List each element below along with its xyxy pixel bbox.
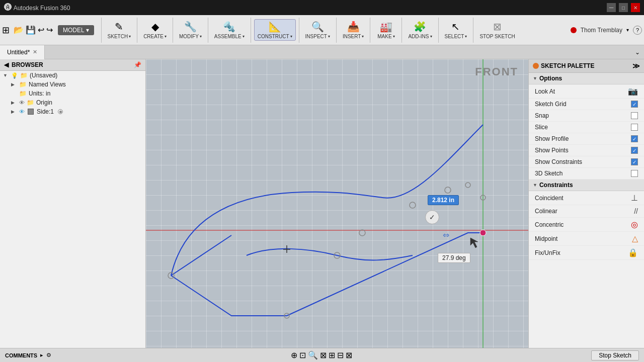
make-tool[interactable]: 🏭 MAKE ▾ [373, 20, 398, 40]
palette-row-snap[interactable]: Snap [529, 110, 644, 122]
nav-display-icon[interactable]: ⊞ [329, 350, 335, 360]
constraint-row-fix-unfix[interactable]: Fix/UnFix 🔒 [529, 246, 644, 260]
toolbar-sep-11 [473, 18, 473, 43]
browser-item-side1[interactable]: ▶ 👁 Side:1 [0, 107, 145, 116]
nav-grid-icon[interactable]: ⊟ [337, 350, 344, 360]
browser-collapse-icon[interactable]: ◀ [4, 61, 9, 68]
browser-item-root[interactable]: ▼ 💡 📁 (Unsaved) [0, 71, 145, 80]
palette-row-show-profile[interactable]: Show Profile ✓ [529, 133, 644, 145]
show-points-checkbox[interactable]: ✓ [631, 147, 638, 154]
look-at-icon[interactable]: 📷 [628, 86, 638, 96]
dimension-input[interactable]: 2.812 in [428, 195, 459, 205]
palette-row-look-at[interactable]: Look At 📷 [529, 84, 644, 99]
close-icon[interactable]: ✕ [631, 3, 640, 12]
nav-zoom-fit-icon[interactable]: ⊠ [320, 350, 327, 360]
expand-arrow-origin: ▶ [11, 100, 17, 105]
add-ins-tool[interactable]: 🧩 ADD-INS ▾ [405, 20, 435, 40]
constraint-row-colinear[interactable]: Colinear // [529, 205, 644, 218]
create-tool[interactable]: ◆ CREATE ▾ [140, 20, 170, 40]
browser-item-origin[interactable]: ▶ 👁 📁 Origin [0, 98, 145, 107]
browser-pin-icon[interactable]: 📌 [134, 61, 141, 68]
undo-icon[interactable]: ↩ [38, 25, 44, 35]
palette-row-show-points[interactable]: Show Points ✓ [529, 145, 644, 156]
model-button[interactable]: MODEL ▾ [58, 25, 94, 35]
insert-icon: 📥 [347, 21, 360, 33]
constraint-row-concentric[interactable]: Concentric ◎ [529, 218, 644, 232]
slice-checkbox[interactable] [631, 124, 638, 131]
comments-settings-icon[interactable]: ⚙ [46, 352, 51, 358]
insert-tool[interactable]: 📥 INSERT ▾ [340, 20, 367, 40]
palette-row-sketch-grid[interactable]: Sketch Grid ✓ [529, 99, 644, 110]
user-dropdown-icon[interactable]: ▾ [626, 27, 629, 33]
titlebar-left: 🅐 Autodesk Fusion 360 [4, 3, 70, 12]
help-icon[interactable]: ? [633, 26, 642, 35]
options-section-header[interactable]: ▼ Options [529, 73, 644, 84]
constraints-section-header[interactable]: ▼ Constraints [529, 179, 644, 191]
show-profile-checkbox[interactable]: ✓ [631, 135, 638, 142]
apps-grid-icon[interactable]: ⊞ [2, 25, 10, 36]
toolbar-sep-4 [208, 18, 208, 43]
toolbar-sep-6 [299, 18, 299, 43]
stop-sketch-button[interactable]: Stop Sketch [591, 350, 639, 360]
browser-item-units[interactable]: ▶ 📁 Units: in [0, 89, 145, 98]
sketch-icon: ✎ [115, 21, 123, 33]
app-title: Autodesk Fusion 360 [14, 5, 70, 12]
concentric-label: Concentric [535, 221, 564, 228]
construct-tool[interactable]: 📐 CONSTRUCT ▾ [254, 19, 296, 41]
folder-icon-units: 📁 [19, 90, 27, 97]
palette-expand-icon[interactable]: ≫ [632, 62, 640, 70]
constraint-row-midpoint[interactable]: Midpoint △ [529, 232, 644, 246]
titlebar-right: ─ □ ✕ [607, 3, 640, 12]
assemble-tool[interactable]: 🔩 ASSEMBLE ▾ [211, 20, 248, 40]
tab-untitled[interactable]: Untitled* ✕ [0, 45, 45, 59]
svg-point-8 [465, 183, 470, 188]
browser-item-named-views[interactable]: ▶ 📁 Named Views [0, 80, 145, 89]
nav-zoom-icon[interactable]: 🔍 [308, 350, 318, 360]
snap-checkbox[interactable] [631, 112, 638, 119]
sketch-tool[interactable]: ✎ SKETCH ▾ [105, 20, 134, 40]
open-icon[interactable]: 📂 [14, 25, 24, 35]
folder-icon-origin: 📁 [27, 99, 34, 106]
fix-unfix-icon: 🔒 [628, 248, 638, 257]
stop-sketch-tool[interactable]: ⊠ STOP SKETCH [476, 20, 518, 40]
sketch-grid-label: Sketch Grid [535, 101, 567, 108]
radio-btn-side1 [58, 109, 63, 114]
palette-header-icon [533, 63, 539, 69]
3d-sketch-checkbox[interactable] [631, 170, 638, 177]
nav-settings-icon[interactable]: ⊠ [346, 350, 352, 360]
palette-row-3d-sketch[interactable]: 3D Sketch [529, 168, 644, 179]
maximize-icon[interactable]: □ [619, 3, 628, 12]
constraints-label: Constraints [539, 182, 573, 189]
light-bulb-icon: 💡 [11, 72, 18, 79]
constraint-row-coincident[interactable]: Coincident ⊥ [529, 191, 644, 205]
nav-origin-icon[interactable]: ⊕ [291, 350, 297, 360]
origin-label: Origin [36, 99, 52, 106]
palette-row-slice[interactable]: Slice [529, 122, 644, 133]
tab-expand-icon[interactable]: ⌄ [631, 49, 644, 56]
main-area: ◀ BROWSER 📌 ▼ 💡 📁 (Unsaved) ▶ 📁 Named Vi… [0, 59, 644, 348]
tab-close-icon[interactable]: ✕ [33, 49, 37, 55]
inspect-tool[interactable]: 🔍 INSPECT ▾ [302, 20, 333, 40]
viewport[interactable]: FRONT [146, 59, 528, 348]
palette-row-show-constraints[interactable]: Show Constraints ✓ [529, 156, 644, 168]
expand-arrow-named-views: ▶ [11, 82, 17, 87]
nav-pan-icon[interactable]: ⊡ [299, 350, 306, 360]
midpoint-icon: △ [632, 234, 638, 243]
save-icon[interactable]: 💾 [26, 25, 36, 35]
tabbar: Untitled* ✕ ⌄ [0, 45, 644, 59]
user-name: Thom Tremblay [581, 27, 622, 34]
record-icon [571, 27, 577, 33]
modify-tool[interactable]: 🔧 MODIFY ▾ [176, 20, 205, 40]
sketch-grid-checkbox[interactable]: ✓ [631, 101, 638, 108]
toolbar-sep-2 [137, 18, 137, 43]
dimension-arrow-icon: ⇔ [443, 230, 449, 240]
confirm-button[interactable]: ✓ [425, 210, 439, 224]
toolbar-sep-3 [173, 18, 173, 43]
toolbar-sep-9 [401, 18, 402, 43]
minimize-icon[interactable]: ─ [607, 3, 616, 12]
show-constraints-checkbox[interactable]: ✓ [631, 158, 638, 165]
redo-icon[interactable]: ↪ [46, 25, 53, 35]
comments-expand-icon[interactable]: ▸ [40, 352, 43, 358]
statusbar: COMMENTS ▸ ⚙ ⊕ ⊡ 🔍 ⊠ ⊞ ⊟ ⊠ Stop Sketch [0, 348, 644, 362]
select-tool[interactable]: ↖ SELECT ▾ [442, 20, 470, 40]
